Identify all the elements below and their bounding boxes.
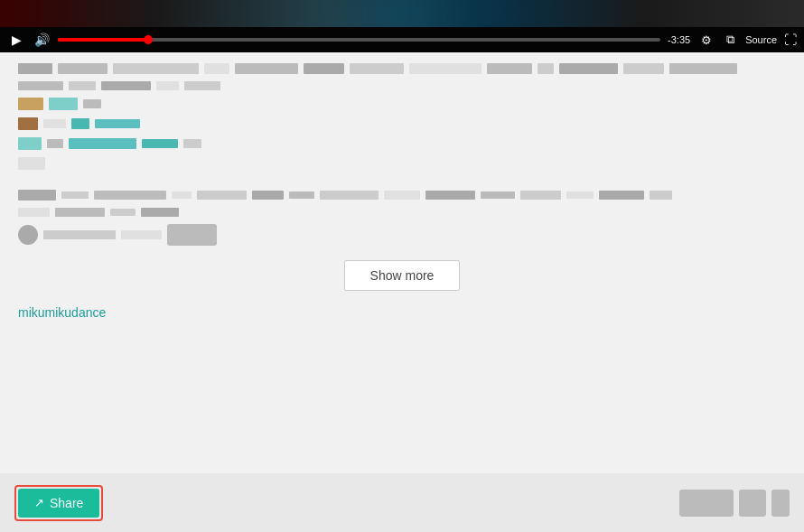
content-area: Show more mikumikudance [0,52,804,334]
pixel-block [69,138,136,149]
time-display: -3:35 [668,34,690,45]
pixel-block [599,191,644,200]
pixel-block [18,117,38,130]
pixel-block [304,63,344,74]
pixel-block [559,63,618,74]
pixel-block [487,63,532,74]
progress-bar[interactable] [58,38,660,42]
pixel-block [183,139,201,148]
tag-row [18,117,786,130]
share-icon: ↗ [34,496,44,509]
pixel-block [101,81,151,90]
tag-link-container: mikumikudance [18,302,786,327]
pixel-block [520,191,561,200]
play-button[interactable]: ▶ [7,31,25,49]
pixel-block [172,191,192,199]
video-thumbnail [0,0,804,27]
bottom-right-controls [679,490,790,517]
pixel-block [43,230,116,239]
pixel-block [409,63,481,74]
pixel-block [197,191,247,200]
pixel-block [538,63,554,74]
pixel-block [425,191,475,200]
pixel-block [71,118,89,129]
pixel-block [650,191,672,200]
pixel-block [141,208,179,217]
pixel-block [350,63,404,74]
pixel-block [320,191,379,200]
settings-button[interactable]: ⚙ [697,32,715,49]
pixel-block [61,191,89,199]
bottom-bar: ↗ Share [0,473,804,532]
meta-row [18,98,786,110]
pixel-block [55,208,105,217]
pixel-block [83,99,101,108]
volume-button[interactable]: 🔊 [33,31,51,49]
show-more-container: Show more [18,260,786,291]
share-button[interactable]: ↗ Share [18,489,99,518]
pixel-block [623,63,664,74]
subtitle-row [18,81,786,90]
pixel-block [384,191,420,200]
row7 [18,190,786,201]
pixel-block [18,81,63,90]
pixel-block [18,137,42,150]
pixel-block [95,119,140,128]
pixel-block [156,81,179,90]
spacer [18,177,786,190]
pixel-block [252,191,284,200]
pixel-block [289,191,314,199]
pixel-block [49,98,78,110]
miniplayer-button[interactable]: ⧉ [723,31,738,49]
share-button-wrapper: ↗ Share [14,485,103,521]
row6 [18,157,786,170]
pixel-block [235,63,298,74]
pixel-block [18,157,45,170]
pixel-block [121,230,162,239]
pixel-block [184,81,220,90]
pixel-block [18,208,50,217]
volume-icon: 🔊 [34,33,50,47]
source-label: Source [745,34,777,45]
pixel-block [47,139,63,148]
video-player: ▶ 🔊 -3:35 ⚙ ⧉ Source ⛶ [0,0,804,52]
pixel-block [18,98,43,110]
tag-link[interactable]: mikumikudance [18,305,106,320]
pixel-block [18,190,56,201]
pixel-block [18,63,52,74]
pixel-block [142,139,178,148]
pixel-block [69,81,96,90]
pixel-block [566,191,594,199]
row8 [18,208,786,217]
bottom-block-1 [679,490,734,517]
pixel-block [167,224,217,246]
play-icon: ▶ [12,33,22,47]
show-more-button[interactable]: Show more [344,260,461,291]
pixel-block [110,209,136,216]
bottom-block-2 [739,490,766,517]
pixel-block [204,63,229,74]
fullscreen-button[interactable]: ⛶ [784,33,797,47]
user-row [18,224,786,246]
pixel-block [94,191,166,200]
video-controls: ▶ 🔊 -3:35 ⚙ ⧉ Source ⛶ [0,27,804,52]
share-label: Share [50,496,83,510]
title-row [18,63,786,74]
progress-dot [144,35,153,44]
pixel-block [113,63,199,74]
pixel-block [669,63,737,74]
row5 [18,137,786,150]
avatar [18,225,38,245]
pixel-block [43,119,66,128]
main-content: Show more mikumikudance ↗ Share [0,52,804,532]
bottom-block-3 [771,490,790,517]
pixel-block [481,191,515,199]
source-button[interactable]: Source [745,34,777,45]
pixel-block [58,63,108,74]
progress-fill [58,38,148,42]
